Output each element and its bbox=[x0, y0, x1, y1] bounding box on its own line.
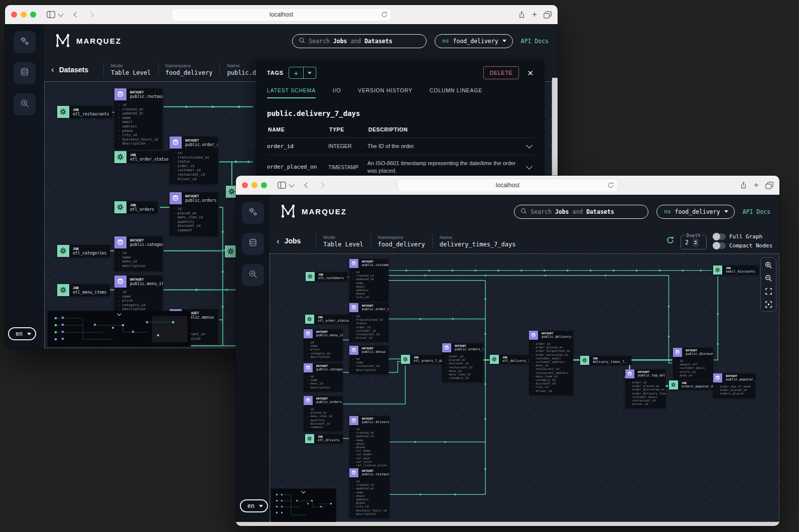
address-bar[interactable]: localhost bbox=[171, 8, 392, 22]
toggle-switch[interactable] bbox=[713, 233, 726, 240]
compact-nodes-toggle[interactable]: Compact Nodes bbox=[713, 242, 772, 249]
dataset-node[interactable]: DATASETpublic.menu_ite..- id- name- pric… bbox=[114, 276, 163, 315]
add-tag-button[interactable]: + bbox=[289, 67, 304, 79]
tab-column-lineage[interactable]: COLUMN LINEAGE bbox=[430, 87, 482, 98]
tab-latest-schema[interactable]: LATEST SCHEMA bbox=[267, 87, 316, 98]
fullscreen-button[interactable] bbox=[763, 286, 774, 296]
api-docs-link[interactable]: API Docs bbox=[743, 208, 770, 215]
namespace-select[interactable]: ns food_delivery bbox=[435, 34, 512, 48]
page-refresh-icon[interactable] bbox=[607, 182, 614, 190]
namespace-select[interactable]: ns food_delivery bbox=[656, 205, 734, 219]
search-nav-button[interactable] bbox=[14, 93, 36, 115]
center-graph-button[interactable] bbox=[763, 299, 774, 309]
dataset-node[interactable]: DATASETpublic.order_st..- id- transition… bbox=[170, 137, 218, 184]
brand[interactable]: MARQUEZ bbox=[281, 203, 347, 221]
graph-minimap[interactable] bbox=[271, 489, 336, 522]
back-chevron-icon[interactable]: ‹ bbox=[51, 65, 54, 74]
brand[interactable]: MARQUEZ bbox=[55, 32, 121, 50]
job-node[interactable]: JOBemail_discounts bbox=[713, 265, 759, 275]
zoom-in-button[interactable] bbox=[763, 260, 774, 270]
horizontal-scrollbar[interactable] bbox=[236, 522, 779, 526]
table-row[interactable]: order_id INTEGER The ID of the order. bbox=[267, 138, 534, 155]
new-tab-icon[interactable]: + bbox=[532, 10, 537, 20]
search-input[interactable]: Search Jobs and Datasets bbox=[292, 34, 427, 48]
job-node[interactable]: JOBetl_order_status bbox=[114, 151, 172, 163]
minimize-window-button[interactable] bbox=[21, 12, 27, 18]
forward-button[interactable] bbox=[88, 12, 93, 17]
dataset-node[interactable]: DATASETpublic.discount..- id- amount_off… bbox=[673, 348, 713, 379]
tag-dropdown-button[interactable] bbox=[304, 67, 316, 79]
job-node[interactable]: JOBdelivery_times_7.. bbox=[580, 356, 631, 365]
dataset-node[interactable]: DATASETpublic.categori..- id- name- menu… bbox=[304, 363, 343, 391]
forward-button[interactable] bbox=[319, 182, 324, 188]
job-node[interactable]: JOBetl_order_status bbox=[305, 315, 353, 324]
search-nav-button[interactable] bbox=[242, 264, 264, 286]
datasets-nav-button[interactable] bbox=[14, 62, 36, 84]
jobs-nav-button[interactable] bbox=[14, 31, 36, 53]
back-chevron-icon[interactable]: ‹ bbox=[277, 237, 280, 245]
address-bar[interactable]: localhost bbox=[397, 179, 618, 192]
dataset-node[interactable]: DATASETpublic.popular_..- order_day_of_w… bbox=[713, 373, 755, 398]
dataset-node[interactable]: DATASETpublic.restaura..- id- created_at… bbox=[114, 88, 163, 149]
tab-io[interactable]: I/O bbox=[333, 87, 341, 98]
share-icon[interactable] bbox=[740, 181, 747, 189]
job-node[interactable]: JOBetl_restaurants bbox=[57, 106, 112, 118]
job-node[interactable]: JOBetl_categories bbox=[57, 245, 110, 257]
jobs-nav-button[interactable] bbox=[242, 202, 264, 224]
tab-version-history[interactable]: VERSION HISTORY bbox=[358, 87, 412, 98]
dataset-node[interactable]: DATASETpublic.restaura..- id- created_at… bbox=[349, 468, 389, 518]
language-select[interactable]: en bbox=[8, 327, 36, 340]
page-refresh-icon[interactable] bbox=[381, 11, 388, 20]
tab-overview-icon[interactable] bbox=[544, 11, 552, 19]
tab-overview-chevron[interactable] bbox=[58, 11, 63, 17]
full-graph-toggle[interactable]: Full Graph bbox=[713, 233, 772, 240]
close-window-button[interactable] bbox=[11, 12, 17, 18]
dataset-node[interactable]: DATASETpublic.customer..- id- created_at… bbox=[349, 259, 388, 302]
dataset-node[interactable]: DATASETpublic.order_st..- id- transition… bbox=[349, 303, 388, 342]
toggle-switch[interactable] bbox=[713, 242, 726, 249]
back-button[interactable] bbox=[304, 182, 310, 188]
job-node[interactable] bbox=[225, 245, 237, 257]
close-window-button[interactable] bbox=[242, 182, 248, 188]
sidebar-toggle-icon[interactable] bbox=[278, 182, 286, 189]
datasets-nav-button[interactable] bbox=[242, 233, 264, 255]
dataset-node[interactable]: DATASETpublic.orders- id- placed_on- men… bbox=[304, 396, 343, 431]
depth-field[interactable]: Depth 2 bbox=[681, 233, 707, 249]
dataset-node[interactable]: DATASETpublic.menus- id- name- restauran… bbox=[349, 346, 388, 374]
fullscreen-window-button[interactable] bbox=[261, 182, 267, 188]
search-input[interactable]: Search Jobs and Datasets bbox=[514, 205, 648, 219]
lineage-graph[interactable]: JOBetl_customersDATASETpublic.customer..… bbox=[270, 253, 779, 522]
language-select[interactable]: en bbox=[240, 499, 268, 512]
share-icon[interactable] bbox=[518, 11, 525, 19]
refresh-graph-icon[interactable] bbox=[666, 236, 675, 246]
dataset-node[interactable]: DATASETpublic.categori..- id- name- menu… bbox=[114, 236, 163, 271]
dataset-node[interactable]: DATASETpublic.drivers- id- created_at- u… bbox=[349, 416, 389, 469]
zoom-out-button[interactable] bbox=[763, 273, 774, 283]
graph-minimap[interactable] bbox=[48, 311, 191, 346]
job-node[interactable]: JOBetl_customers bbox=[306, 272, 347, 281]
expand-row-icon[interactable] bbox=[526, 163, 532, 170]
tab-overview-chevron[interactable] bbox=[289, 182, 294, 187]
delete-button[interactable]: DELETE bbox=[483, 66, 519, 79]
sidebar-toggle-icon[interactable] bbox=[47, 11, 55, 18]
fullscreen-window-button[interactable] bbox=[30, 12, 36, 18]
minimize-window-button[interactable] bbox=[251, 182, 257, 188]
tab-overview-icon[interactable] bbox=[765, 182, 773, 189]
new-tab-icon[interactable]: + bbox=[754, 180, 759, 190]
dataset-node[interactable]: DATASETpublic.menu_ite..- id- name- pric… bbox=[304, 329, 343, 361]
dataset-node[interactable]: DATASETpublic.delivery..- order_id- orde… bbox=[529, 331, 573, 395]
expand-row-icon[interactable] bbox=[526, 143, 532, 149]
job-node[interactable]: JOBetl_menu_items bbox=[57, 284, 110, 296]
back-button[interactable] bbox=[73, 12, 79, 17]
database-icon bbox=[248, 238, 258, 250]
api-docs-link[interactable]: API Docs bbox=[521, 38, 549, 45]
job-node[interactable]: JOBetl_drivers bbox=[305, 434, 343, 443]
job-node[interactable]: JOBetl_orders bbox=[114, 201, 158, 213]
chevron-down-icon bbox=[724, 210, 728, 213]
namespace-value: food_delivery bbox=[453, 38, 498, 45]
dataset-node[interactable]: DATASETpublic.top_deli..- order_id- orde… bbox=[625, 369, 665, 408]
dataset-node[interactable]: DATASETpublic.orders- id- placed_on- men… bbox=[170, 192, 218, 236]
close-icon[interactable]: ✕ bbox=[527, 69, 534, 77]
dataset-node[interactable]: DATASETpublic.orders_7..- order_id- plac… bbox=[442, 343, 483, 382]
depth-stepper[interactable] bbox=[693, 238, 699, 247]
